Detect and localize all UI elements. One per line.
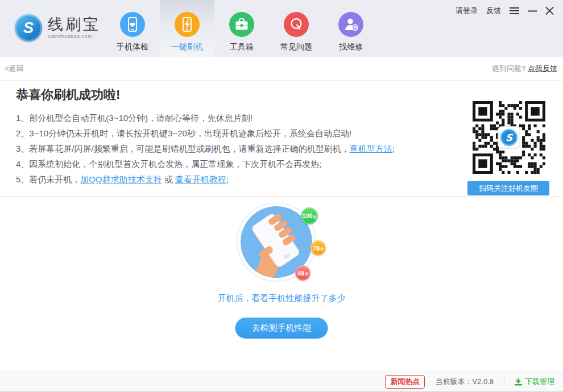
score-value: 100: [302, 212, 312, 219]
nav-item-toolbox[interactable]: 工具箱: [214, 0, 269, 57]
nav-item-find-repair[interactable]: 找维修: [324, 0, 378, 57]
click-feedback-link[interactable]: 点我反馈: [528, 64, 557, 73]
nav-label: 找维修: [339, 42, 363, 52]
page-title: 恭喜你刷机成功啦!: [16, 86, 120, 103]
tip-5: 5、若仍未开机，加QQ群求助技术支持 或 查看开机教程;: [16, 172, 454, 187]
nav-item-one-key-flash[interactable]: 一键刷机: [160, 0, 214, 57]
download-manager-link[interactable]: 下载管理: [515, 377, 554, 387]
phone-checkup-icon: [120, 12, 145, 37]
nav-item-faq[interactable]: 常见问题: [269, 0, 324, 57]
nav-item-phone-checkup[interactable]: 手机体检: [105, 0, 160, 57]
login-link[interactable]: 请登录: [456, 6, 478, 16]
download-label: 下载管理: [525, 377, 554, 387]
score-badge-49: 49分: [295, 265, 311, 281]
nav-label: 一键刷机: [171, 42, 203, 52]
version-text: 当前版本：V2.0.8: [435, 377, 494, 387]
score-value: 49: [297, 270, 304, 277]
nav-label: 工具箱: [230, 42, 254, 52]
score-unit: 分: [305, 272, 308, 277]
download-icon: [515, 378, 522, 386]
logo-s-icon: S: [15, 14, 42, 41]
nav-label: 常见问题: [280, 42, 312, 52]
faq-icon: [284, 12, 309, 37]
tip-3-end: ;: [392, 144, 395, 153]
news-hotspot-badge[interactable]: 新闻热点: [385, 375, 425, 389]
nav-label: 手机体检: [117, 42, 148, 52]
qq-group-help-link[interactable]: 加QQ群求助技术支持: [80, 174, 162, 184]
boot-tutorial-link[interactable]: 查看开机教程: [175, 174, 226, 184]
subheader: <返回 遇到问题?点我反馈: [0, 57, 563, 81]
score-value: 78: [313, 245, 320, 252]
menu-icon[interactable]: [510, 7, 519, 15]
minimize-icon[interactable]: [528, 7, 537, 15]
tip-4: 4、因系统初始化，个别机型首次开机会发热，属正常现象，下次开机不会再发热;: [16, 156, 454, 172]
tip-5-or: 或: [162, 174, 175, 184]
app-name: 线刷宝: [48, 16, 101, 32]
tip-5-end: ;: [226, 174, 229, 184]
tip-5-text: 5、若仍未开机，: [16, 174, 80, 184]
svg-text:S: S: [506, 132, 513, 143]
app-logo: S 线刷宝 xianshuabao.com: [15, 14, 101, 41]
footer-divider: [504, 378, 504, 386]
tip-1: 1、部分机型会自动开机(3~10分钟)，请耐心等待，先休息片刻!: [16, 110, 454, 126]
qr-panel: S 扫码关注好机友圈: [467, 101, 550, 195]
section-divider: [0, 196, 563, 197]
qr-center-logo: S: [498, 127, 520, 148]
qr-code: S: [473, 101, 545, 174]
find-repair-icon: [338, 12, 363, 37]
tip-2: 2、3~10分钟仍未开机时，请长按开机键3~20秒，出现开机迹象后松开，系统会自…: [16, 126, 454, 141]
check-performance-button[interactable]: 去检测手机性能: [235, 318, 328, 339]
back-link[interactable]: <返回: [5, 64, 24, 74]
titlebar-actions: 请登录 反馈: [456, 6, 554, 16]
tips-list: 1、部分机型会自动开机(3~10分钟)，请耐心等待，先休息片刻! 2、3~10分…: [16, 110, 454, 187]
one-key-flash-icon: [175, 12, 200, 37]
trouble-question: 遇到问题?: [492, 64, 525, 73]
score-unit: 分: [320, 247, 324, 252]
tip-3-text: 3、若屏幕花屏/闪屏/频繁重启，可能是刷错机型或刷机包，请重新选择正确的机型刷机…: [16, 144, 350, 153]
score-badge-100: 100分: [301, 207, 318, 224]
toolbox-icon: [229, 12, 254, 37]
feedback-link[interactable]: 反馈: [486, 6, 501, 16]
header: S 线刷宝 xianshuabao.com 手机体检 一键刷机: [0, 0, 563, 57]
main-nav: 手机体检 一键刷机 工具箱: [105, 0, 378, 57]
performance-hint: 开机后，看看手机性能提升了多少: [0, 293, 563, 304]
footer: 新闻热点 当前版本：V2.0.8 下载管理: [0, 372, 563, 392]
trouble-text: 遇到问题?点我反馈: [492, 64, 557, 74]
score-badge-78: 78分: [311, 240, 326, 256]
check-model-method-link[interactable]: 查机型方法: [350, 144, 392, 153]
app-domain: xianshuabao.com: [48, 34, 101, 39]
score-unit: 分: [313, 215, 317, 220]
tip-3: 3、若屏幕花屏/闪屏/频繁重启，可能是刷错机型或刷机包，请重新选择正确的机型刷机…: [16, 141, 454, 156]
scan-follow-button[interactable]: 扫码关注好机友圈: [467, 181, 549, 195]
close-icon[interactable]: [545, 7, 554, 15]
